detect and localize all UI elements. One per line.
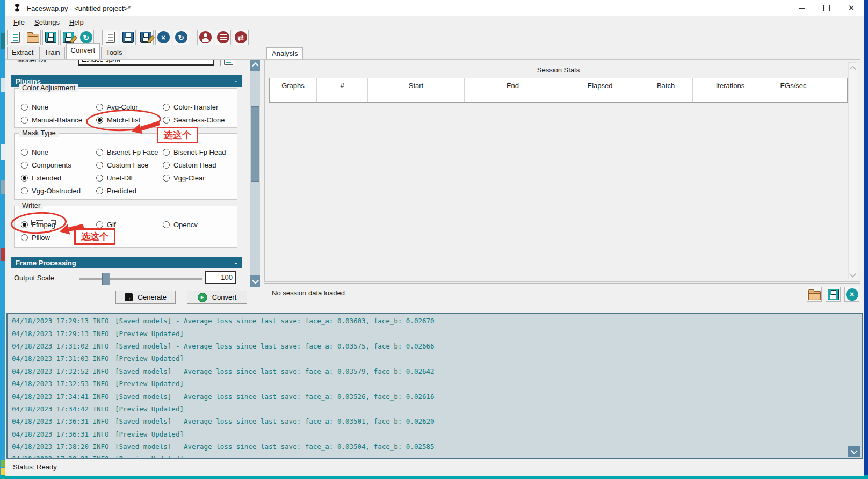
column-header-batch[interactable]: Batch (639, 78, 693, 102)
tab-extract[interactable]: Extract (7, 47, 38, 59)
scrollbar-thumb[interactable] (251, 106, 259, 182)
log-scroll-down-button[interactable] (848, 446, 860, 457)
mask-type-label: Mask Type (19, 129, 59, 137)
scroll-up-icon[interactable] (849, 66, 856, 72)
radio-label: Pillow (32, 234, 50, 242)
convert-button[interactable]: ⇄ (233, 30, 249, 46)
radio-custom-face[interactable]: Custom Face (96, 158, 163, 171)
radio-vgg-clear[interactable]: Vgg-Clear (163, 171, 237, 184)
column-header-iterations[interactable]: Iterations (693, 78, 768, 102)
generate-button[interactable]: → Generate (115, 291, 176, 304)
options-scrollbar[interactable] (250, 59, 260, 287)
radio-label: Vgg-Obstructed (32, 187, 81, 195)
log-output: 04/18/2023 17:29:13 INFO[Saved models] -… (8, 314, 862, 459)
save-session-button[interactable] (826, 287, 841, 302)
load-session-button[interactable] (807, 287, 822, 302)
clear-session-button[interactable]: × (844, 287, 859, 302)
scroll-down-button[interactable] (250, 275, 260, 287)
column-header-start[interactable]: Start (368, 78, 465, 102)
radio-seamless-clone[interactable]: Seamless-Clone (163, 113, 237, 126)
plugins-collapse-toggle[interactable]: - (235, 77, 237, 85)
radio-color-transfer[interactable]: Color-Transfer (163, 100, 237, 113)
radio-circle-icon (96, 162, 103, 169)
title-bar: Faceswap.py - <untitled project>* ✕ (5, 0, 864, 16)
annotation-pick-this: 选这个 (157, 127, 198, 143)
column-header-elapsed[interactable]: Elapsed (561, 78, 639, 102)
radio-none[interactable]: None (21, 100, 96, 113)
radio-custom-head[interactable]: Custom Head (163, 158, 237, 171)
output-scale-value[interactable]: 100 (205, 271, 236, 284)
maximize-button[interactable] (814, 0, 839, 16)
convert-options-panel: Model Dir Plugins - Color Adjustment Non… (8, 53, 250, 287)
save-project-button[interactable] (42, 30, 59, 46)
radio-label: Vgg-Clear (173, 174, 205, 182)
frame-processing-section-header[interactable]: Frame Processing - (11, 257, 242, 268)
menu-settings[interactable]: Settings (31, 18, 63, 27)
minimize-button[interactable] (790, 0, 814, 16)
save-config-button[interactable] (120, 30, 136, 46)
reload-project-button[interactable]: ↻ (78, 30, 94, 46)
menu-help[interactable]: Help (66, 18, 88, 27)
scroll-down-icon[interactable] (849, 271, 856, 278)
log-line: 04/18/2023 17:38:20 INFO[Saved models] -… (12, 440, 862, 453)
radio-label: Components (32, 161, 71, 169)
radio-opencv[interactable]: Opencv (163, 218, 237, 231)
close-button[interactable]: ✕ (839, 0, 864, 16)
reload-config-button[interactable]: ↻ (173, 30, 189, 46)
annotation-pick-this: 选这个 (74, 228, 115, 245)
column-header-graphs[interactable]: Graphs (270, 78, 317, 102)
radio-label: Manual-Balance (32, 116, 82, 124)
column-header--[interactable]: # (317, 78, 368, 102)
mask-type-options: NoneBisenet-Fp FaceBisenet-Fp HeadCompon… (21, 146, 237, 197)
divider (264, 283, 860, 284)
radio-circle-icon (21, 162, 28, 169)
radio-label: None (32, 103, 48, 111)
radio-vgg-obstructed[interactable]: Vgg-Obstructed (21, 184, 96, 197)
radio-extended[interactable]: Extended (21, 171, 96, 184)
radio-unet-dfl[interactable]: Unet-Dfl (96, 171, 163, 184)
log-line: 04/18/2023 17:38:21 INFO[Preview Updated… (12, 453, 862, 459)
tab-train[interactable]: Train (39, 47, 64, 59)
train-button[interactable] (215, 30, 231, 46)
radio-none[interactable]: None (21, 146, 96, 158)
tab-tools[interactable]: Tools (101, 47, 127, 59)
radio-components[interactable]: Components (21, 158, 96, 171)
new-task-button[interactable] (102, 30, 118, 46)
open-folder-icon (808, 291, 821, 300)
column-header-egs-sec[interactable]: EGs/sec (768, 78, 819, 102)
column-header-spacer (819, 78, 847, 102)
frame-processing-collapse-toggle[interactable]: - (235, 259, 237, 267)
radio-bisenet-fp-face[interactable]: Bisenet-Fp Face (96, 146, 163, 158)
output-scale-slider-track[interactable] (79, 278, 202, 280)
radio-circle-icon (96, 175, 103, 182)
radio-circle-icon (21, 117, 28, 124)
desktop-icon-fragment (1, 248, 5, 261)
convert-button[interactable]: ▶ Convert (187, 291, 247, 304)
save-project-as-button[interactable] (60, 30, 76, 46)
analysis-scrollbar[interactable] (848, 62, 857, 279)
new-project-button[interactable] (7, 30, 23, 46)
radio-label: None (32, 148, 48, 156)
close-config-button[interactable]: × (155, 30, 171, 46)
divider (6, 288, 259, 288)
play-icon: ▶ (198, 293, 207, 302)
open-project-button[interactable] (25, 30, 41, 46)
faceswap-window: Faceswap.py - <untitled project>* ✕ File… (5, 0, 864, 476)
log-line: 04/18/2023 17:36:31 INFO[Preview Updated… (12, 428, 862, 440)
column-header-end[interactable]: End (465, 78, 561, 102)
extract-button[interactable] (197, 30, 213, 46)
log-console[interactable]: 04/18/2023 17:29:13 INFO[Saved models] -… (6, 313, 863, 459)
scroll-up-button[interactable] (250, 59, 260, 71)
menu-file[interactable]: File (10, 18, 28, 27)
radio-bisenet-fp-head[interactable]: Bisenet-Fp Head (163, 146, 237, 158)
radio-manual-balance[interactable]: Manual-Balance (21, 113, 96, 126)
toolbar-separator (193, 31, 193, 45)
radio-predicted[interactable]: Predicted (96, 184, 163, 197)
desktop-icon-fragment (1, 78, 5, 92)
radio-circle-icon (96, 149, 103, 156)
output-scale-slider-thumb[interactable] (102, 273, 110, 285)
save-config-as-button[interactable] (138, 30, 154, 46)
tab-analysis[interactable]: Analysis (266, 47, 303, 59)
output-scale-label: Output Scale (14, 274, 54, 282)
tab-convert[interactable]: Convert (66, 43, 100, 59)
